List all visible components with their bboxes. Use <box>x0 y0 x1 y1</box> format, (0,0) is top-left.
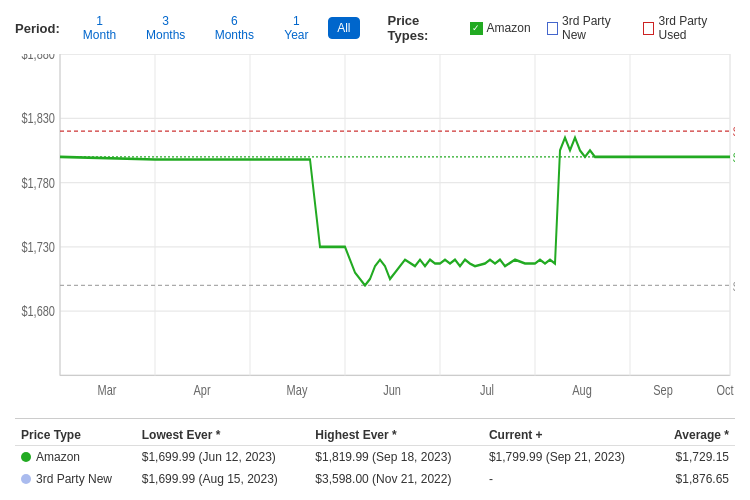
period-label: Period: <box>15 21 60 36</box>
svg-text:Aug: Aug <box>572 382 592 398</box>
3rd-used-checkbox[interactable] <box>643 22 654 35</box>
row1-type: Amazon <box>15 446 136 469</box>
row2-average: $1,876.65 <box>657 468 735 490</box>
3rd-new-label: 3rd Party New <box>562 14 627 42</box>
price-type-amazon[interactable]: ✓ Amazon <box>470 21 531 35</box>
row2-highest: $3,598.00 (Nov 21, 2022) <box>309 468 483 490</box>
svg-text:$1,730: $1,730 <box>21 240 55 256</box>
3rd-new-dot <box>21 474 31 484</box>
period-all[interactable]: All <box>328 17 359 39</box>
chart-area: $1,880 $1,830 $1,780 $1,730 $1,680 Mar A… <box>15 54 735 414</box>
table-row: 3rd Party New $1,699.99 (Aug 15, 2023) $… <box>15 468 735 490</box>
main-container: Period: 1 Month 3 Months 6 Months 1 Year… <box>0 0 750 500</box>
svg-text:Oct: Oct <box>716 382 734 398</box>
row2-type: 3rd Party New <box>15 468 136 490</box>
col-current: Current + <box>483 425 657 446</box>
period-1year[interactable]: 1 Year <box>273 10 320 46</box>
amazon-dot <box>21 452 31 462</box>
svg-text:Apr: Apr <box>193 382 210 398</box>
price-chart: $1,880 $1,830 $1,780 $1,730 $1,680 Mar A… <box>15 54 735 414</box>
svg-text:May: May <box>287 382 308 398</box>
period-3months[interactable]: 3 Months <box>135 10 196 46</box>
row1-current: $1,799.99 (Sep 21, 2023) <box>483 446 657 469</box>
svg-text:$1,780: $1,780 <box>21 175 55 191</box>
col-lowest: Lowest Ever * <box>136 425 310 446</box>
row1-average: $1,729.15 <box>657 446 735 469</box>
3rd-used-label: 3rd Party Used <box>658 14 727 42</box>
amazon-checkbox[interactable]: ✓ <box>470 22 483 35</box>
amazon-name: Amazon <box>36 450 80 464</box>
row1-lowest: $1,699.99 (Jun 12, 2023) <box>136 446 310 469</box>
period-1month[interactable]: 1 Month <box>72 10 128 46</box>
svg-text:$1,680: $1,680 <box>21 304 55 320</box>
price-types-label: Price Types: <box>388 13 454 43</box>
price-type-3rd-new[interactable]: 3rd Party New <box>547 14 627 42</box>
svg-text:Mar: Mar <box>98 382 117 398</box>
svg-text:$1,699.99: $1,699.99 <box>733 279 735 292</box>
table-row: Amazon $1,699.99 (Jun 12, 2023) $1,819.9… <box>15 446 735 469</box>
price-type-3rd-used[interactable]: 3rd Party Used <box>643 14 727 42</box>
col-highest: Highest Ever * <box>309 425 483 446</box>
svg-text:$1,880: $1,880 <box>21 54 55 62</box>
period-6months[interactable]: 6 Months <box>204 10 265 46</box>
col-average: Average * <box>657 425 735 446</box>
svg-text:$1,830: $1,830 <box>21 111 55 127</box>
amazon-label: Amazon <box>487 21 531 35</box>
row2-current: - <box>483 468 657 490</box>
svg-text:Sep: Sep <box>653 382 673 398</box>
row1-highest: $1,819.99 (Sep 18, 2023) <box>309 446 483 469</box>
svg-text:Jun: Jun <box>383 382 401 398</box>
3rd-new-name: 3rd Party New <box>36 472 112 486</box>
svg-text:$1,799.99: $1,799.99 <box>733 151 735 164</box>
svg-text:Jul: Jul <box>480 382 494 398</box>
col-price-type: Price Type <box>15 425 136 446</box>
3rd-new-checkbox[interactable] <box>547 22 558 35</box>
row2-lowest: $1,699.99 (Aug 15, 2023) <box>136 468 310 490</box>
svg-text:$1,819.99: $1,819.99 <box>733 125 735 138</box>
header: Period: 1 Month 3 Months 6 Months 1 Year… <box>15 10 735 46</box>
price-table: Price Type Lowest Ever * Highest Ever * … <box>15 418 735 490</box>
